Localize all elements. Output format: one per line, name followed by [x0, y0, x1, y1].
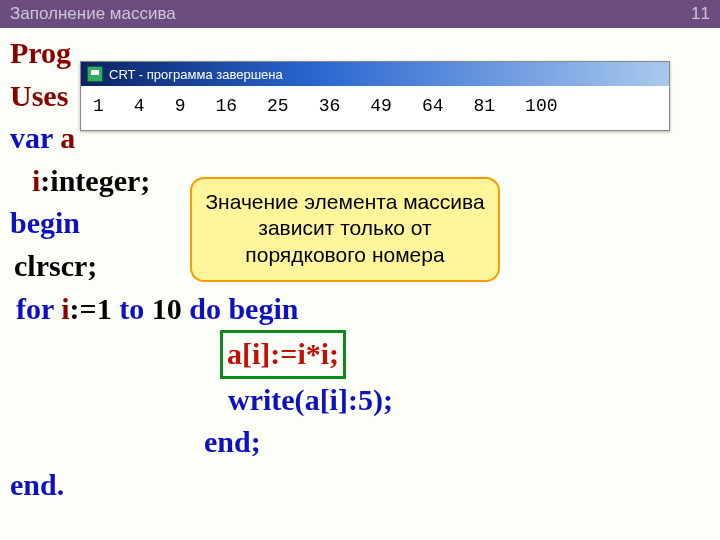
app-icon	[87, 66, 103, 82]
callout-line1: Значение элемента массива	[200, 189, 490, 215]
code-area: Prog Uses var a i:integer; begin clrscr;…	[0, 28, 720, 507]
callout-line3: порядкового номера	[200, 242, 490, 268]
code-l5: begin	[10, 206, 80, 239]
crt-val: 49	[370, 96, 392, 116]
crt-val: 81	[473, 96, 495, 116]
crt-val: 9	[175, 96, 186, 116]
code-l7b: i	[61, 292, 69, 325]
code-l7a: for	[16, 292, 61, 325]
crt-titlebar: CRT - программа завершена	[81, 62, 669, 86]
highlight-box: a[i]:=i*i;	[220, 330, 346, 379]
code-l3a: var	[10, 121, 60, 154]
code-l9c: :5);	[348, 383, 393, 416]
code-l1: Prog	[10, 36, 71, 69]
crt-val: 4	[134, 96, 145, 116]
code-l7e: 10	[152, 292, 190, 325]
code-l9a: write(	[228, 383, 305, 416]
crt-val: 100	[525, 96, 557, 116]
crt-val: 1	[93, 96, 104, 116]
code-l3b: a	[60, 121, 75, 154]
code-l6: clrscr;	[14, 249, 97, 282]
crt-val: 16	[215, 96, 237, 116]
code-l11: end.	[10, 468, 64, 501]
code-l7d: to	[119, 292, 152, 325]
code-l9b: a[i]	[305, 383, 348, 416]
slide-number: 11	[691, 4, 710, 24]
slide-title: Заполнение массива	[10, 4, 176, 24]
code-l7f: do begin	[189, 292, 298, 325]
code-l7c: :=1	[70, 292, 120, 325]
crt-val: 36	[319, 96, 341, 116]
callout-line2: зависит только от	[200, 215, 490, 241]
code-l8: a[i]:=i*i;	[227, 337, 339, 370]
code-l4b: :integer;	[40, 164, 150, 197]
code-l10: end;	[204, 425, 261, 458]
code-l2: Uses	[10, 79, 68, 112]
crt-val: 64	[422, 96, 444, 116]
crt-val: 25	[267, 96, 289, 116]
crt-output-window: CRT - программа завершена 1 4 9 16 25 36…	[80, 61, 670, 131]
callout-box: Значение элемента массива зависит только…	[190, 177, 500, 282]
crt-output-row: 1 4 9 16 25 36 49 64 81 100	[81, 86, 669, 130]
crt-title: CRT - программа завершена	[109, 67, 283, 82]
slide-header: Заполнение массива 11	[0, 0, 720, 28]
